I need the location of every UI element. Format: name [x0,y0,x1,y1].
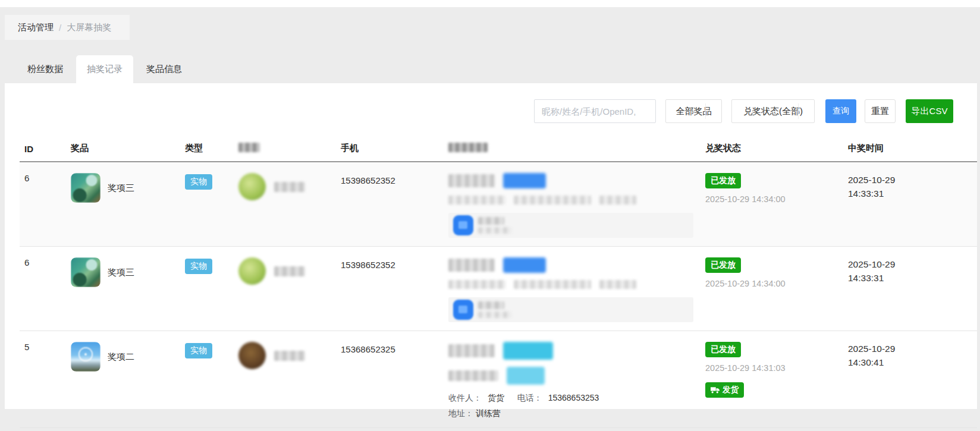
ship-button[interactable]: 发货 [705,382,744,398]
status-badge: 已发放 [705,173,741,188]
cell-type: 实物 [180,162,234,247]
address-value: 训练营 [476,408,501,418]
cell-prize: 奖项二 [66,331,180,428]
cell-phone: 15398652352 [336,247,444,331]
redacted-subtext-1 [478,217,504,225]
cell-prize: 奖项三 [66,162,180,247]
cell-user [234,247,336,331]
tab-lottery-records[interactable]: 抽奖记录 [76,55,133,83]
status-badge: 已发放 [705,257,741,273]
redacted-blue-badge [503,257,546,273]
cell-id: 5 [20,331,66,428]
breadcrumb-current: 大屏幕抽奖 [67,22,111,33]
tab-fans-data[interactable]: 粉丝数据 [17,55,74,83]
user-avatar [238,173,266,200]
cell-redeem-status: 已发放 2025-10-29 14:34:00 [701,247,843,331]
top-strip [0,0,980,7]
redacted-cyan-badge-small [507,367,545,385]
user-avatar [238,257,266,285]
search-input[interactable] [534,99,656,123]
reset-button[interactable]: 重置 [865,99,896,123]
tab-prize-info[interactable]: 奖品信息 [136,55,193,83]
status-select-value: 兑奖状态(全部) [743,106,803,117]
header-phone: 手机 [336,137,444,162]
receiver-phone: 15368653253 [548,393,599,402]
table-row[interactable]: 6 奖项三 实物 15398652352 [20,162,977,247]
redacted-blue-badge [503,173,546,188]
cell-id: 6 [20,247,66,331]
redacted-name [448,174,495,187]
type-badge: 实物 [185,174,212,190]
cell-user [234,162,336,247]
redacted-text [448,370,498,381]
redacted-subtext-1 [478,301,504,309]
redacted-name [448,259,495,272]
redacted-time [599,196,636,205]
type-badge: 实物 [185,259,212,274]
prize-name: 奖项三 [108,267,134,278]
redacted-name [448,344,495,357]
records-table: ID 奖品 类型 手机 兑奖状态 中奖时间 6 奖项三 [20,137,977,428]
export-csv-button[interactable]: 导出CSV [906,99,953,123]
cell-redeem-info [444,247,701,331]
cell-redeem-status: 已发放 2025-10-29 14:31:03 发货 [701,331,843,428]
cell-type: 实物 [180,331,234,428]
table-row[interactable]: 5 奖项二 实物 15368652325 [20,331,977,428]
receiver-name: 货货 [488,393,504,402]
redacted-nickname [274,266,305,276]
profile-icon [453,215,473,235]
tab-bar: 粉丝数据 抽奖记录 奖品信息 [5,55,980,83]
receiver-label: 收件人： [448,393,482,402]
redacted-openid [448,280,505,289]
cell-win-time: 2025-10-29 14:33:31 [843,247,977,331]
win-time: 2025-10-29 14:30:41 [848,342,907,370]
prize-select-value: 全部奖品 [676,106,712,117]
prize-name: 奖项二 [108,351,134,363]
prize-name: 奖项三 [108,183,134,194]
header-type: 类型 [180,137,234,162]
header-prize: 奖品 [66,137,180,162]
cell-phone: 15398652352 [336,162,444,247]
status-time: 2025-10-29 14:34:00 [705,279,838,288]
redacted-date [514,196,591,205]
address-label: 地址： [448,408,473,418]
address-line: 地址： 训练营 [448,408,696,419]
prize-image [71,342,100,372]
redacted-subtext-2 [478,227,511,234]
header-user-redacted [234,137,336,162]
query-button[interactable]: 查询 [825,99,856,123]
breadcrumb-parent[interactable]: 活动管理 [18,22,54,33]
status-select[interactable]: 兑奖状态(全部) [731,99,815,123]
breadcrumb-separator: / [59,23,61,33]
redacted-cyan-badge [503,342,553,360]
header-id: ID [20,137,66,162]
profile-icon [453,300,473,320]
header-win-time: 中奖时间 [843,137,977,162]
content-panel: 全部奖品 兑奖状态(全部) 查询 重置 导出CSV ID 奖品 类型 手机 兑奖… [5,83,977,409]
cell-win-time: 2025-10-29 14:33:31 [843,162,977,247]
cell-redeem-info: 收件人： 货货 电话： 15368653253 地址： 训练营 [444,331,701,428]
truck-icon [711,386,720,394]
cell-redeem-status: 已发放 2025-10-29 14:34:00 [701,162,843,247]
ship-button-label: 发货 [723,385,739,395]
cell-prize: 奖项三 [66,247,180,331]
receiver-line: 收件人： 货货 电话： 15368653253 [448,393,696,404]
win-time: 2025-10-29 14:33:31 [848,257,907,285]
redacted-nickname [274,351,305,361]
phone-label: 电话： [517,393,542,402]
prize-image [71,173,100,203]
header-redeem-info-redacted [444,137,701,162]
table-row[interactable]: 6 奖项三 实物 15398652352 [20,247,977,331]
redacted-date [514,280,591,289]
breadcrumb: 活动管理 / 大屏幕抽奖 [5,15,130,40]
redacted-nickname [274,182,305,192]
user-avatar [238,342,266,369]
status-time: 2025-10-29 14:31:03 [705,363,838,373]
redacted-subtext-2 [478,312,511,318]
cell-id: 6 [20,162,66,247]
filter-bar: 全部奖品 兑奖状态(全部) 查询 重置 导出CSV [534,99,953,123]
redacted-time [599,280,636,289]
cell-redeem-info [444,162,701,247]
type-badge: 实物 [185,343,212,358]
prize-select[interactable]: 全部奖品 [665,99,722,123]
